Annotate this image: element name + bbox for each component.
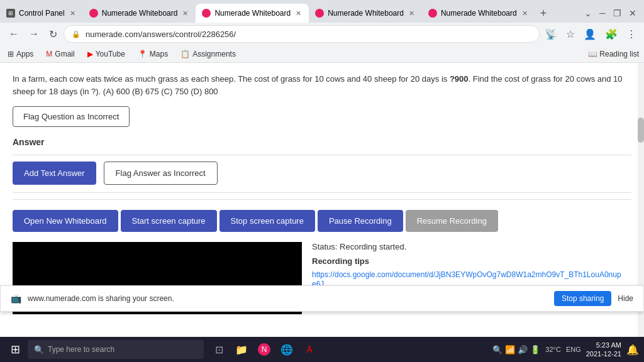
clock-date: 2021-12-21 (586, 349, 621, 358)
add-text-answer-button[interactable]: Add Text Answer (13, 162, 96, 185)
lang-display: ENG (566, 346, 581, 353)
maximize-button[interactable]: ❐ (611, 6, 624, 21)
taskbar-file-explorer[interactable]: 📁 (231, 339, 252, 359)
taskbar-search-bar[interactable]: 🔍 Type here to search (28, 340, 204, 359)
gmail-icon: M (46, 50, 52, 58)
answer-section-label: Answer (13, 137, 631, 147)
tab-label-nw2: Numerade Whiteboard (214, 9, 291, 18)
bookmark-apps[interactable]: ⊞ Apps (5, 48, 36, 60)
tab-label-nw3: Numerade Whiteboard (328, 9, 404, 18)
tab-close-nw3[interactable]: ✕ (408, 8, 416, 19)
hide-button[interactable]: Hide (618, 294, 633, 303)
taskbar-search-placeholder: Type here to search (48, 345, 114, 354)
answer-actions: Add Text Answer Flag Answer as Incorrect (13, 162, 631, 185)
reading-list[interactable]: 📖 Reading list (588, 50, 639, 58)
status-text: Status: Recording started. (312, 242, 621, 251)
stop-capture-button[interactable]: Stop screen capture (219, 210, 315, 232)
start-capture-button[interactable]: Start screen capture (121, 210, 217, 232)
bookmark-youtube-label: YouTube (96, 50, 125, 58)
apps-icon: ⊞ (8, 50, 14, 58)
reload-button[interactable]: ↻ (45, 26, 61, 43)
bookmark-gmail-label: Gmail (55, 50, 74, 58)
bookmark-assignments[interactable]: 📋 Assignments (178, 48, 238, 60)
recording-controls: Open New Whiteboard Start screen capture… (13, 199, 631, 232)
pause-recording-button[interactable]: Pause Recording (318, 210, 403, 232)
temp-display: 32°C (545, 346, 561, 353)
question-text: In a farm, each cow eats twice as much g… (13, 73, 631, 97)
tab-nw4[interactable]: Numerade Whiteboard ✕ (422, 4, 535, 23)
clock: 5:23 AM 2021-12-21 (586, 341, 621, 359)
tab-favicon-nw3 (315, 9, 324, 18)
taskbar-app-icons: ⊡ 📁 N 🌐 Ａ (209, 339, 319, 359)
tab-controls: ⌄ ─ ❐ ✕ (582, 6, 644, 21)
notifications-icon[interactable]: 🔔 (626, 344, 639, 356)
volume-icon[interactable]: 🔊 (518, 345, 528, 354)
search-icon-sys[interactable]: 🔍 (492, 345, 502, 354)
lock-icon: 🔒 (72, 30, 80, 38)
tab-close-nw4[interactable]: ✕ (521, 8, 529, 19)
bookmark-maps[interactable]: 📍 Maps (135, 48, 170, 60)
forward-button[interactable]: → (25, 26, 43, 42)
battery-icon[interactable]: 🔋 (530, 345, 540, 354)
share-icon: 📺 (11, 293, 21, 304)
taskbar: ⊞ 🔍 Type here to search ⊡ 📁 N 🌐 Ａ 🔍 📶 🔊 … (0, 337, 644, 362)
reading-list-icon: 📖 (588, 50, 597, 58)
open-whiteboard-button[interactable]: Open New Whiteboard (13, 210, 118, 232)
windows-icon: ⊞ (11, 343, 20, 356)
extensions-button[interactable]: 🧩 (602, 26, 620, 43)
controls-divider (13, 192, 631, 193)
bookmark-button[interactable]: ☆ (564, 26, 577, 43)
assignments-icon: 📋 (180, 50, 190, 58)
tab-close-nw2[interactable]: ✕ (294, 8, 303, 19)
stop-sharing-button[interactable]: Stop sharing (554, 291, 611, 306)
tab-nw2[interactable]: Numerade Whiteboard ✕ (196, 4, 309, 23)
share-text: www.numerade.com is sharing your screen. (28, 294, 548, 303)
tab-label-nw4: Numerade Whiteboard (441, 9, 517, 18)
resume-recording-button[interactable]: Resume Recording (406, 210, 498, 232)
cast-button[interactable]: 📡 (542, 26, 560, 43)
tab-label-cp: Control Panel (19, 9, 65, 18)
navigation-bar: ← → ↻ 🔒 numerade.com/answers/control/228… (0, 23, 644, 45)
tab-close-cp[interactable]: ✕ (69, 8, 77, 19)
flag-question-button[interactable]: Flag Question as Incorrect (13, 106, 130, 127)
tab-close-nw1[interactable]: ✕ (181, 8, 189, 19)
start-button[interactable]: ⊞ (5, 339, 25, 359)
back-button[interactable]: ← (5, 26, 23, 42)
bookmark-assignments-label: Assignments (192, 50, 236, 58)
bookmarks-bar: ⊞ Apps M Gmail ▶ YouTube 📍 Maps 📋 Assign… (0, 45, 644, 63)
scrollbar-thumb[interactable] (638, 118, 644, 143)
taskbar-app-n[interactable]: N (254, 339, 274, 359)
tip-2: ion to record, select "Chrome Tab" and l… (323, 314, 621, 314)
nav-right-buttons: 📡 ☆ 👤 🧩 ⋮ (542, 26, 639, 43)
taskbar-chrome[interactable]: 🌐 (277, 339, 297, 359)
profile-button[interactable]: 👤 (581, 26, 599, 43)
tab-nw3[interactable]: Numerade Whiteboard ✕ (309, 4, 422, 23)
youtube-icon: ▶ (87, 50, 93, 58)
bookmark-apps-label: Apps (16, 50, 33, 58)
tab-favicon-cp: ⊞ (6, 9, 15, 18)
bookmark-gmail[interactable]: M Gmail (43, 48, 77, 60)
address-bar[interactable]: 🔒 numerade.com/answers/control/2286256/ (64, 25, 540, 43)
question-bold: ?900 (450, 74, 469, 84)
minimize-button[interactable]: ─ (597, 6, 608, 21)
taskbar-right: 🔍 📶 🔊 🔋 32°C ENG 5:23 AM 2021-12-21 🔔 (492, 341, 639, 359)
page-content: In a farm, each cow eats twice as much g… (0, 63, 644, 314)
menu-button[interactable]: ⋮ (624, 26, 639, 43)
tab-control-panel[interactable]: ⊞ Control Panel ✕ (0, 4, 83, 23)
screen-share-bar: 📺 www.numerade.com is sharing your scree… (0, 285, 644, 312)
tab-favicon-nw2 (202, 9, 211, 18)
close-window-button[interactable]: ✕ (626, 6, 639, 21)
tab-favicon-nw4 (428, 9, 437, 18)
taskbar-acrobat[interactable]: Ａ (299, 339, 319, 359)
tab-label-nw1: Numerade Whiteboard (102, 9, 178, 18)
network-icon[interactable]: 📶 (505, 345, 515, 354)
tab-list-button[interactable]: ⌄ (582, 6, 594, 21)
maps-icon: 📍 (138, 50, 147, 58)
address-text: numerade.com/answers/control/2286256/ (86, 30, 531, 39)
taskbar-task-view[interactable]: ⊡ (209, 339, 229, 359)
bookmark-youtube[interactable]: ▶ YouTube (85, 48, 128, 60)
flag-answer-button[interactable]: Flag Answer as Incorrect (104, 162, 218, 185)
new-tab-button[interactable]: + (535, 7, 552, 20)
tab-nw1[interactable]: Numerade Whiteboard ✕ (83, 4, 196, 23)
answer-divider (13, 155, 631, 155)
